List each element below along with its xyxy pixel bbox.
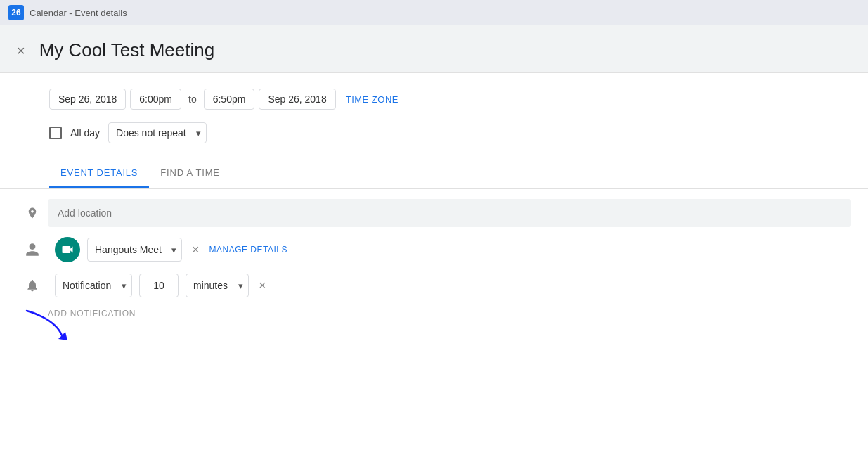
location-row: [0, 195, 868, 231]
meet-row-icon: [17, 242, 48, 257]
calendar-favicon: 26: [8, 5, 24, 20]
repeat-wrapper: Does not repeat Every day Every week Eve…: [108, 122, 207, 143]
notification-remove-button[interactable]: ×: [256, 276, 269, 296]
close-button[interactable]: ×: [17, 44, 25, 58]
event-header: × My Cool Test Meeting: [0, 25, 868, 73]
bell-icon: [17, 278, 48, 293]
event-title: My Cool Test Meeting: [39, 39, 851, 61]
location-content: [48, 199, 851, 227]
notification-row: Notification Email 10 minutes hours days…: [0, 268, 868, 303]
start-time-button[interactable]: 6:00pm: [130, 89, 181, 110]
tab-title: Calendar - Event details: [30, 8, 127, 18]
form-area: Hangouts Meet × MANAGE DETAILS Notificat…: [0, 195, 868, 341]
tabs-bar: EVENT DETAILS FIND A TIME: [0, 159, 868, 189]
meet-service-select[interactable]: Hangouts Meet: [87, 238, 182, 262]
page-wrapper: 26 Calendar - Event details × My Cool Te…: [0, 0, 868, 469]
to-label: to: [186, 94, 200, 105]
location-input[interactable]: [48, 199, 851, 227]
meet-remove-button[interactable]: ×: [189, 240, 202, 260]
tab-find-a-time[interactable]: FIND A TIME: [149, 159, 231, 188]
allday-row: All day Does not repeat Every day Every …: [0, 117, 868, 156]
notification-type-select[interactable]: Notification Email: [55, 274, 132, 297]
manage-details-button[interactable]: MANAGE DETAILS: [209, 245, 287, 255]
meet-row: Hangouts Meet × MANAGE DETAILS: [0, 231, 868, 268]
location-icon: [17, 207, 48, 219]
timezone-button[interactable]: TIME ZONE: [346, 94, 399, 105]
datetime-row: Sep 26, 2018 6:00pm to 6:50pm Sep 26, 20…: [0, 73, 868, 117]
allday-label: All day: [70, 127, 100, 139]
allday-checkbox[interactable]: [49, 127, 62, 139]
notification-unit-select[interactable]: minutes hours days weeks: [186, 274, 249, 297]
tab-bar: 26 Calendar - Event details: [0, 0, 868, 25]
meet-select-wrapper: Hangouts Meet: [87, 238, 182, 262]
repeat-select[interactable]: Does not repeat Every day Every week Eve…: [108, 122, 207, 143]
notification-unit-wrapper: minutes hours days weeks: [186, 274, 249, 297]
notification-value-input[interactable]: 10: [139, 274, 179, 297]
tab-event-details[interactable]: EVENT DETAILS: [49, 159, 149, 188]
notification-type-wrapper: Notification Email: [55, 274, 132, 297]
end-time-button[interactable]: 6:50pm: [204, 89, 255, 110]
start-date-button[interactable]: Sep 26, 2018: [49, 89, 126, 110]
end-date-button[interactable]: Sep 26, 2018: [259, 89, 335, 110]
meet-service-icon: [55, 237, 80, 262]
add-notification-button[interactable]: ADD NOTIFICATION: [0, 303, 153, 324]
